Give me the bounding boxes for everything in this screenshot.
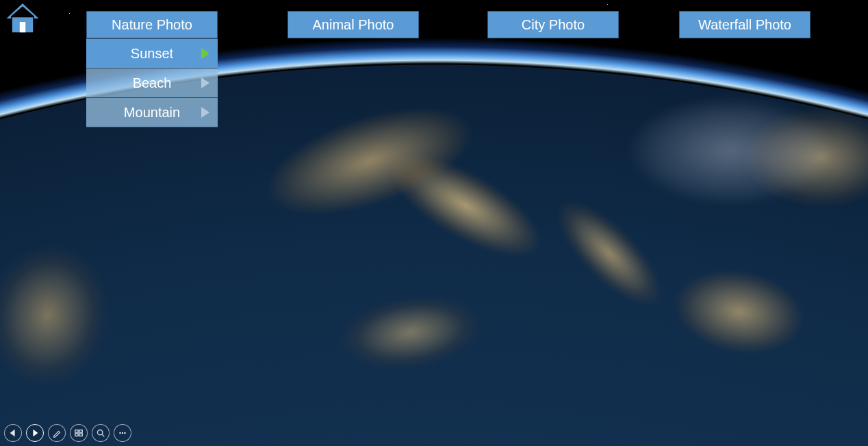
svg-marker-3 (10, 430, 15, 437)
tab-nature[interactable]: Nature Photo (86, 11, 218, 38)
svg-rect-7 (75, 434, 78, 436)
lights-cluster (316, 276, 505, 389)
presenter-toolbar (4, 424, 131, 442)
tab-waterfall[interactable]: Waterfall Photo (679, 11, 810, 38)
cloud-wisp (601, 82, 861, 219)
lights-cluster (0, 214, 138, 416)
nature-dropdown: Sunset Beach Mountain (86, 38, 218, 127)
dropdown-item-mountain[interactable]: Mountain (86, 98, 218, 127)
zoom-button[interactable] (92, 424, 110, 442)
home-icon[interactable] (4, 2, 41, 35)
chevron-right-icon (201, 48, 209, 59)
tab-city[interactable]: City Photo (487, 11, 619, 38)
lights-cluster (650, 247, 829, 376)
chevron-right-icon (201, 107, 209, 118)
tab-animal[interactable]: Animal Photo (288, 11, 419, 38)
svg-rect-2 (20, 22, 25, 32)
pen-button[interactable] (48, 424, 66, 442)
svg-point-12 (122, 432, 123, 434)
dropdown-item-label: Beach (133, 75, 172, 90)
dropdown-item-sunset[interactable]: Sunset (86, 39, 218, 69)
svg-point-13 (124, 432, 125, 434)
dropdown-item-beach[interactable]: Beach (86, 69, 218, 98)
previous-button[interactable] (4, 424, 22, 442)
dropdown-item-label: Mountain (124, 105, 180, 120)
svg-rect-6 (79, 430, 82, 433)
chevron-right-icon (201, 77, 209, 88)
more-button[interactable] (114, 424, 131, 442)
svg-rect-8 (79, 434, 82, 436)
svg-marker-0 (6, 3, 38, 18)
svg-marker-4 (33, 430, 38, 437)
svg-point-9 (97, 430, 102, 434)
svg-line-10 (102, 434, 104, 436)
svg-point-11 (119, 432, 120, 434)
svg-rect-5 (75, 430, 78, 433)
slide-sorter-button[interactable] (70, 424, 88, 442)
play-button[interactable] (26, 424, 44, 442)
dropdown-item-label: Sunset (131, 46, 173, 61)
